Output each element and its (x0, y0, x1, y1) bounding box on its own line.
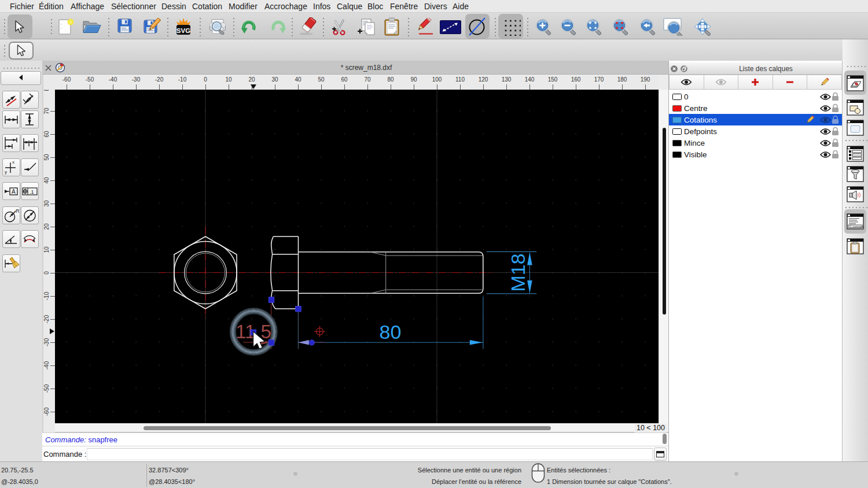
svg-text:80: 80 (380, 321, 402, 343)
svg-text:x: x (12, 160, 14, 165)
svg-text:SVG: SVG (176, 27, 190, 34)
svg-text:C: command: C: command (849, 225, 864, 228)
svg-text:A: A (12, 188, 16, 195)
svg-text:R: R (16, 208, 20, 214)
svg-text:.1: .1 (30, 189, 34, 195)
svg-text:y: y (5, 169, 7, 175)
svg-text:M18: M18 (507, 253, 529, 291)
